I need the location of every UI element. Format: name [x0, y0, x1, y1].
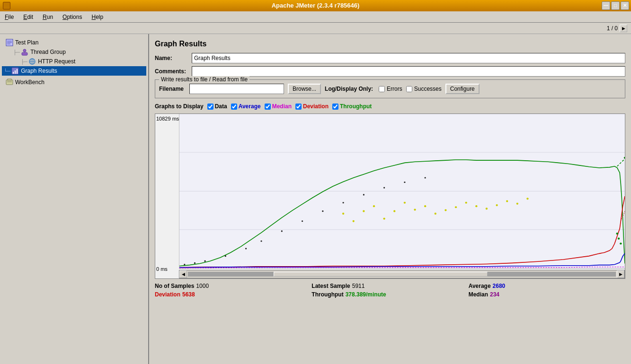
tree-item-http-request[interactable]: ├─ HTTP Request	[2, 57, 146, 66]
close-button[interactable]: ✕	[621, 1, 629, 10]
log-display-label: Log/Display Only:	[325, 86, 373, 92]
minimize-button[interactable]: —	[602, 1, 610, 10]
deviation-checkbox[interactable]	[295, 104, 302, 110]
svg-point-40	[373, 205, 375, 207]
svg-point-43	[404, 202, 406, 204]
svg-point-34	[383, 187, 385, 189]
samples-value: 1000	[196, 283, 209, 289]
app-icon	[3, 2, 10, 9]
right-panel: Graph Results Name: Comments: Write resu…	[149, 34, 631, 364]
svg-point-48	[455, 206, 457, 208]
svg-rect-11	[13, 72, 14, 74]
errors-checkbox[interactable]	[379, 86, 385, 92]
configure-button[interactable]: Configure	[445, 84, 480, 94]
svg-rect-13	[17, 69, 18, 74]
comments-label: Comments:	[155, 68, 188, 75]
svg-rect-12	[15, 70, 16, 74]
graph-svg	[179, 114, 625, 269]
throughput-checkbox[interactable]	[332, 104, 338, 110]
file-section-legend: Write results to file / Read from file	[159, 76, 249, 83]
menu-help[interactable]: Help	[89, 13, 106, 21]
menu-edit[interactable]: Edit	[20, 13, 36, 21]
tree-connector-1: ├─	[13, 50, 20, 55]
scroll-right-button[interactable]: ▶	[617, 270, 624, 278]
errors-checkbox-group[interactable]: Errors	[379, 86, 402, 92]
graphs-display-row: Graphs to Display Data Average Median De…	[155, 103, 625, 110]
graphs-display-label: Graphs to Display	[155, 103, 204, 110]
svg-point-53	[506, 200, 508, 202]
top-scroll-btn[interactable]: ▶	[620, 25, 627, 32]
filename-input[interactable]	[189, 84, 284, 94]
svg-point-45	[424, 205, 426, 207]
y-max-label: 10829 ms	[156, 116, 179, 121]
tree-item-test-plan[interactable]: Test Plan	[2, 38, 146, 47]
svg-point-35	[404, 182, 405, 183]
stat-deviation: Deviation 5638	[155, 291, 311, 298]
scroll-thumb[interactable]	[274, 272, 488, 277]
check-throughput[interactable]: Throughput	[332, 103, 372, 110]
thread-group-icon	[21, 48, 28, 56]
throughput-label: Throughput	[340, 103, 372, 110]
main-layout: Test Plan ├─ Thread Group ├─ HTTP Reques…	[0, 34, 631, 364]
throughput-stat-value: 378.389/minute	[346, 291, 386, 298]
stat-samples: No of Samples 1000	[155, 283, 311, 289]
average-label: Average	[239, 103, 261, 110]
browse-button[interactable]: Browse...	[288, 84, 321, 94]
check-average[interactable]: Average	[231, 103, 261, 110]
svg-point-61	[620, 243, 622, 244]
check-data[interactable]: Data	[207, 103, 227, 110]
check-median[interactable]: Median	[265, 103, 292, 110]
svg-point-41	[383, 217, 385, 219]
comments-input[interactable]	[192, 66, 625, 77]
left-panel: Test Plan ├─ Thread Group ├─ HTTP Reques…	[0, 34, 149, 364]
svg-point-50	[475, 205, 477, 207]
name-input[interactable]	[192, 53, 625, 63]
window-controls[interactable]: — □ ✕	[602, 1, 629, 10]
svg-point-37	[342, 213, 344, 215]
check-deviation[interactable]: Deviation	[295, 103, 329, 110]
name-row: Name:	[155, 53, 625, 63]
svg-point-44	[414, 208, 416, 210]
comments-row: Comments:	[155, 66, 625, 77]
data-checkbox[interactable]	[207, 104, 213, 110]
menu-run[interactable]: Run	[40, 13, 56, 21]
stat-median: Median 234	[469, 291, 625, 298]
svg-point-54	[516, 203, 518, 205]
svg-point-46	[435, 213, 436, 215]
successes-checkbox-group[interactable]: Successes	[406, 86, 442, 92]
http-request-icon	[28, 58, 36, 65]
tree-item-thread-group[interactable]: ├─ Thread Group	[2, 47, 146, 57]
svg-rect-5	[22, 52, 27, 55]
data-label: Data	[215, 103, 227, 110]
svg-point-27	[245, 248, 247, 249]
panel-title: Graph Results	[155, 40, 625, 48]
svg-point-28	[260, 240, 262, 242]
average-checkbox[interactable]	[231, 104, 237, 110]
top-bar: 1 / 0 ▶	[0, 23, 631, 34]
graph-results-label: Graph Results	[21, 68, 57, 74]
successes-checkbox[interactable]	[406, 86, 412, 92]
median-checkbox[interactable]	[265, 104, 271, 110]
name-label: Name:	[155, 55, 188, 61]
tree-item-graph-results[interactable]: └─ Graph Results	[2, 66, 146, 76]
restore-button[interactable]: □	[611, 1, 620, 10]
scroll-track[interactable]	[188, 272, 616, 277]
menu-options[interactable]: Options	[60, 13, 85, 21]
graph-canvas	[179, 114, 625, 269]
horizontal-scrollbar[interactable]: ◀ ▶	[179, 270, 625, 278]
tree-item-workbench[interactable]: WorkBench	[2, 78, 146, 87]
svg-point-32	[342, 202, 344, 203]
svg-point-49	[465, 202, 467, 204]
stat-throughput: Throughput 378.389/minute	[311, 291, 468, 298]
menu-file[interactable]: File	[2, 13, 17, 21]
svg-point-36	[425, 177, 426, 178]
svg-point-42	[393, 210, 395, 212]
deviation-stat-value: 5638	[182, 291, 195, 298]
workbench-icon	[6, 78, 13, 86]
latest-sample-value: 5911	[352, 283, 365, 289]
successes-label: Successes	[414, 86, 442, 92]
stats-row-1: No of Samples 1000 Latest Sample 5911 Av…	[155, 283, 625, 289]
average-stat-label: Average	[469, 283, 491, 289]
svg-point-38	[353, 220, 355, 222]
scroll-left-button[interactable]: ◀	[179, 270, 187, 278]
